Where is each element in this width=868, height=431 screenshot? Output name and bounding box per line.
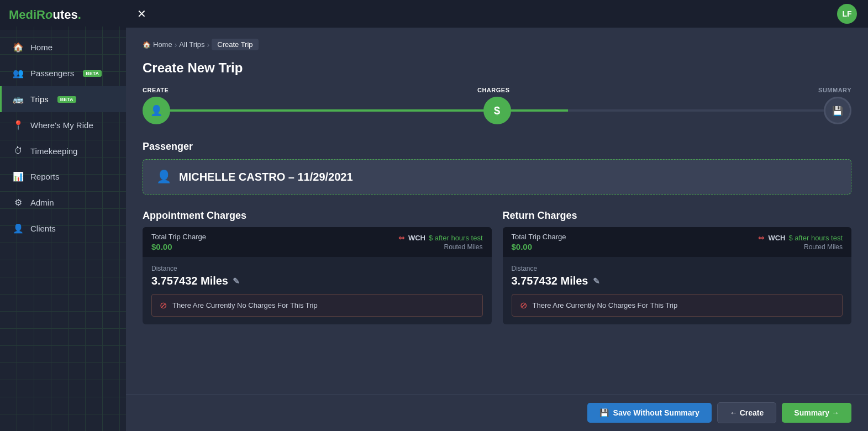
stepper-step-summary: 💾: [824, 97, 851, 124]
sidebar-item-passengers[interactable]: 👥 Passengers BETA: [0, 60, 126, 86]
summary-button[interactable]: Summary →: [782, 403, 851, 423]
appointment-warning-icon: ⊘: [160, 300, 167, 311]
beta-badge: BETA: [83, 70, 102, 77]
topbar: ✕ LF: [126, 0, 868, 28]
sidebar-item-label: Clients: [30, 224, 56, 233]
appointment-charge-header: Total Trip Charge $0.00 ⇔ WCH $ after ho…: [143, 227, 492, 257]
appointment-charge-body: Distance 3.757432 Miles ✎ ⊘ There Are Cu…: [143, 257, 492, 324]
location-icon: 📍: [13, 120, 24, 130]
appointment-no-charges-box: ⊘ There Are Currently No Charges For Thi…: [151, 294, 483, 317]
passenger-icon: 👤: [156, 170, 171, 184]
stepper-label-charges: CHARGES: [477, 87, 510, 93]
return-distance-edit-icon[interactable]: ✎: [593, 276, 600, 286]
appointment-route-code: WCH: [408, 234, 425, 242]
appointment-route-arrow: ⇔: [398, 233, 405, 242]
return-no-charges-box: ⊘ There Are Currently No Charges For Thi…: [512, 294, 843, 317]
beta-badge: BETA: [57, 96, 76, 103]
sidebar-item-label: Trips: [30, 94, 49, 104]
return-warning-icon: ⊘: [520, 300, 527, 311]
main-content: ✕ LF 🏠 Home › All Trips › Create Trip Cr…: [126, 0, 868, 431]
close-button[interactable]: ✕: [137, 7, 146, 20]
user-avatar: LF: [837, 4, 857, 24]
sidebar-item-home[interactable]: 🏠 Home: [0, 34, 126, 60]
page-title: Create New Trip: [143, 60, 851, 76]
breadcrumb-home[interactable]: 🏠 Home: [143, 40, 172, 49]
app-logo: MediRoutes.: [0, 0, 126, 30]
appointment-no-charges-text: There Are Currently No Charges For This …: [172, 301, 318, 309]
return-total-label: Total Trip Charge: [512, 233, 566, 241]
footer-actions: 💾 Save Without Summary ← Create Summary …: [126, 394, 868, 431]
return-no-charges-text: There Are Currently No Charges For This …: [533, 301, 678, 309]
sidebar-item-trips[interactable]: 🚌 Trips BETA: [0, 86, 126, 112]
timekeeping-icon: ⏱: [13, 146, 24, 156]
stepper-step-charges: $: [483, 97, 511, 124]
breadcrumb-sep-2: ›: [207, 40, 210, 49]
return-amount: $0.00: [512, 242, 566, 251]
return-route-code: WCH: [768, 234, 785, 242]
return-distance-value: 3.757432 Miles ✎: [512, 275, 843, 287]
return-fee-name: $ after hours test: [788, 234, 843, 242]
appointment-miles-label: Routed Miles: [444, 243, 482, 251]
sidebar-item-label: Reports: [30, 172, 60, 181]
appointment-distance-label: Distance: [151, 265, 483, 272]
save-without-summary-button[interactable]: 💾 Save Without Summary: [587, 403, 712, 423]
return-charge-right: ⇔ WCH $ after hours test Routed Miles: [758, 233, 843, 251]
appointment-amount: $0.00: [151, 242, 206, 251]
passenger-section-title: Passenger: [143, 141, 851, 153]
breadcrumb-all-trips[interactable]: All Trips: [179, 40, 204, 49]
sidebar-item-reports[interactable]: 📊 Reports: [0, 164, 126, 190]
create-button[interactable]: ← Create: [717, 402, 776, 423]
appointment-charge-card: Total Trip Charge $0.00 ⇔ WCH $ after ho…: [143, 227, 492, 324]
home-icon: 🏠: [143, 41, 151, 49]
return-miles-label: Routed Miles: [804, 243, 843, 251]
save-icon: 💾: [599, 408, 609, 417]
sidebar-nav: 🏠 Home 👥 Passengers BETA 🚌 Trips BETA 📍 …: [0, 30, 126, 241]
sidebar-item-clients[interactable]: 👤 Clients: [0, 216, 126, 241]
appointment-total-label: Total Trip Charge: [151, 233, 206, 241]
sidebar-item-label: Home: [30, 43, 52, 52]
charges-grid: Appointment Charges Total Trip Charge $0…: [143, 210, 851, 324]
breadcrumb-create-trip-label: Create Trip: [217, 40, 252, 49]
sidebar-item-timekeeping[interactable]: ⏱ Timekeeping: [0, 138, 126, 164]
passenger-card: 👤 MICHELLE CASTRO – 11/29/2021: [143, 159, 851, 195]
sidebar-item-admin[interactable]: ⚙ Admin: [0, 190, 126, 216]
appointment-distance-edit-icon[interactable]: ✎: [233, 276, 240, 286]
return-charge-body: Distance 3.757432 Miles ✎ ⊘ There Are Cu…: [503, 257, 852, 324]
return-charge-card: Total Trip Charge $0.00 ⇔ WCH $ after ho…: [503, 227, 852, 324]
stepper: CREATE CHARGES SUMMARY 👤 $ 💾: [143, 87, 851, 124]
sidebar: MediRoutes. 🏠 Home 👥 Passengers BETA 🚌 T…: [0, 0, 126, 431]
stepper-summary-icon: 💾: [832, 106, 843, 116]
sidebar-item-label: Passengers: [30, 69, 74, 78]
appointment-charges-title: Appointment Charges: [143, 210, 492, 222]
reports-icon: 📊: [13, 171, 24, 182]
stepper-label-summary: SUMMARY: [818, 87, 851, 93]
stepper-label-create: CREATE: [143, 87, 169, 93]
appointment-fee-name: $ after hours test: [429, 234, 483, 242]
return-route-arrow: ⇔: [758, 233, 765, 242]
return-charge-header: Total Trip Charge $0.00 ⇔ WCH $ after ho…: [503, 227, 852, 257]
return-charges-title: Return Charges: [503, 210, 852, 222]
sidebar-item-wheres-my-ride[interactable]: 📍 Where's My Ride: [0, 112, 126, 138]
stepper-steps: 👤 $ 💾: [143, 97, 851, 124]
content-area: 🏠 Home › All Trips › Create Trip Create …: [126, 28, 868, 394]
return-charges-section: Return Charges Total Trip Charge $0.00 ⇔…: [503, 210, 852, 324]
stepper-step-create: 👤: [143, 97, 170, 124]
breadcrumb-home-label: Home: [153, 40, 172, 49]
return-charge-left: Total Trip Charge $0.00: [512, 233, 566, 251]
return-distance-label: Distance: [512, 265, 843, 272]
breadcrumb-all-trips-label: All Trips: [179, 40, 204, 49]
sidebar-item-label: Where's My Ride: [30, 120, 93, 130]
passengers-icon: 👥: [13, 68, 24, 78]
admin-icon: ⚙: [13, 197, 24, 208]
passenger-name: MICHELLE CASTRO – 11/29/2021: [179, 171, 353, 183]
home-icon: 🏠: [13, 42, 24, 52]
stepper-labels: CREATE CHARGES SUMMARY: [143, 87, 851, 93]
return-route: ⇔ WCH $ after hours test: [758, 233, 843, 242]
stepper-create-icon: 👤: [150, 104, 162, 117]
trips-icon: 🚌: [13, 94, 24, 104]
sidebar-item-label: Timekeeping: [30, 146, 77, 156]
clients-icon: 👤: [13, 223, 24, 234]
appointment-route: ⇔ WCH $ after hours test: [398, 233, 483, 242]
appointment-distance-value: 3.757432 Miles ✎: [151, 275, 483, 287]
appointment-charge-left: Total Trip Charge $0.00: [151, 233, 206, 251]
